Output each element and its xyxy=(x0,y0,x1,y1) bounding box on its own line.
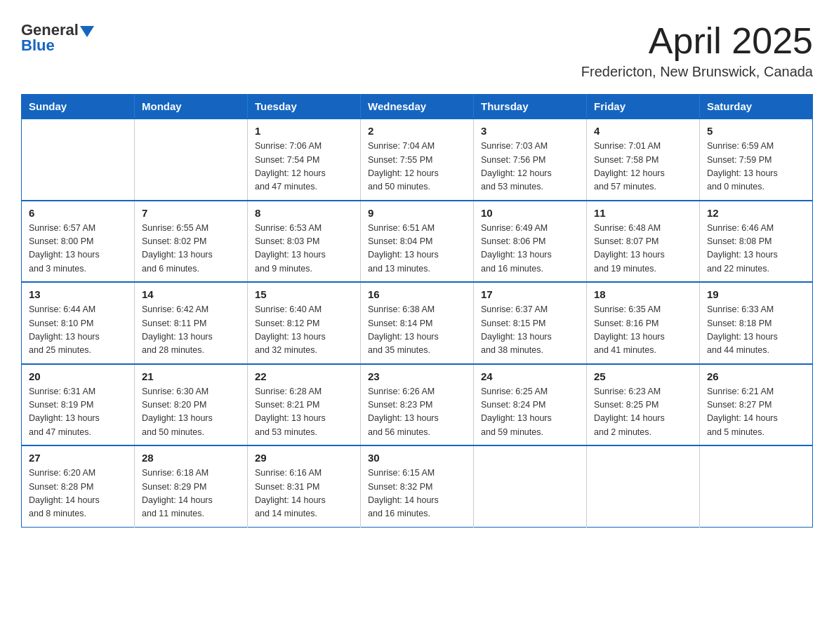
day-info: Sunrise: 6:23 AMSunset: 8:25 PMDaylight:… xyxy=(594,385,692,440)
day-info: Sunrise: 6:33 AMSunset: 8:18 PMDaylight:… xyxy=(707,303,805,358)
calendar-table: SundayMondayTuesdayWednesdayThursdayFrid… xyxy=(21,94,813,528)
day-info: Sunrise: 6:16 AMSunset: 8:31 PMDaylight:… xyxy=(255,467,353,521)
day-of-week-header: Wednesday xyxy=(361,95,474,119)
day-number: 19 xyxy=(707,288,805,300)
day-number: 14 xyxy=(142,288,240,300)
location: Fredericton, New Brunswick, Canada xyxy=(581,64,813,80)
day-number: 1 xyxy=(255,125,353,137)
calendar-cell: 20Sunrise: 6:31 AMSunset: 8:19 PMDayligh… xyxy=(22,364,135,446)
day-info: Sunrise: 6:48 AMSunset: 8:07 PMDaylight:… xyxy=(594,222,692,276)
calendar-cell: 18Sunrise: 6:35 AMSunset: 8:16 PMDayligh… xyxy=(587,282,700,364)
logo-triangle-icon xyxy=(80,26,94,37)
calendar-week-row: 27Sunrise: 6:20 AMSunset: 8:28 PMDayligh… xyxy=(22,445,813,527)
calendar-cell: 24Sunrise: 6:25 AMSunset: 8:24 PMDayligh… xyxy=(474,364,587,446)
calendar-cell: 11Sunrise: 6:48 AMSunset: 8:07 PMDayligh… xyxy=(587,201,700,283)
calendar-cell: 30Sunrise: 6:15 AMSunset: 8:32 PMDayligh… xyxy=(361,445,474,527)
day-info: Sunrise: 6:55 AMSunset: 8:02 PMDaylight:… xyxy=(142,222,240,276)
day-info: Sunrise: 6:15 AMSunset: 8:32 PMDaylight:… xyxy=(368,467,466,521)
page-header: General Blue April 2025 Fredericton, New… xyxy=(21,21,813,80)
day-number: 22 xyxy=(255,370,353,382)
day-info: Sunrise: 6:59 AMSunset: 7:59 PMDaylight:… xyxy=(707,140,805,194)
day-number: 23 xyxy=(368,370,466,382)
calendar-cell: 14Sunrise: 6:42 AMSunset: 8:11 PMDayligh… xyxy=(135,282,248,364)
day-number: 6 xyxy=(29,207,127,219)
calendar-cell: 13Sunrise: 6:44 AMSunset: 8:10 PMDayligh… xyxy=(22,282,135,364)
day-number: 3 xyxy=(481,125,579,137)
day-info: Sunrise: 6:25 AMSunset: 8:24 PMDaylight:… xyxy=(481,385,579,440)
day-number: 2 xyxy=(368,125,466,137)
day-number: 11 xyxy=(594,207,692,219)
calendar-cell: 6Sunrise: 6:57 AMSunset: 8:00 PMDaylight… xyxy=(22,201,135,283)
day-number: 4 xyxy=(594,125,692,137)
days-of-week-row: SundayMondayTuesdayWednesdayThursdayFrid… xyxy=(22,95,813,119)
calendar-cell: 12Sunrise: 6:46 AMSunset: 8:08 PMDayligh… xyxy=(700,201,813,283)
calendar-week-row: 1Sunrise: 7:06 AMSunset: 7:54 PMDaylight… xyxy=(22,119,813,201)
calendar-cell: 15Sunrise: 6:40 AMSunset: 8:12 PMDayligh… xyxy=(248,282,361,364)
calendar-cell xyxy=(22,119,135,201)
month-title: April 2025 xyxy=(581,21,813,61)
day-info: Sunrise: 7:06 AMSunset: 7:54 PMDaylight:… xyxy=(255,140,353,194)
day-number: 21 xyxy=(142,370,240,382)
day-info: Sunrise: 6:20 AMSunset: 8:28 PMDaylight:… xyxy=(29,467,127,521)
calendar-cell: 21Sunrise: 6:30 AMSunset: 8:20 PMDayligh… xyxy=(135,364,248,446)
calendar-cell: 29Sunrise: 6:16 AMSunset: 8:31 PMDayligh… xyxy=(248,445,361,527)
day-of-week-header: Friday xyxy=(587,95,700,119)
calendar-cell: 9Sunrise: 6:51 AMSunset: 8:04 PMDaylight… xyxy=(361,201,474,283)
logo: General Blue xyxy=(21,21,94,55)
day-number: 18 xyxy=(594,288,692,300)
day-info: Sunrise: 7:03 AMSunset: 7:56 PMDaylight:… xyxy=(481,140,579,194)
day-number: 13 xyxy=(29,288,127,300)
day-info: Sunrise: 6:30 AMSunset: 8:20 PMDaylight:… xyxy=(142,385,240,440)
header-right: April 2025 Fredericton, New Brunswick, C… xyxy=(581,21,813,80)
day-number: 30 xyxy=(368,452,466,464)
calendar-cell: 2Sunrise: 7:04 AMSunset: 7:55 PMDaylight… xyxy=(361,119,474,201)
day-info: Sunrise: 7:04 AMSunset: 7:55 PMDaylight:… xyxy=(368,140,466,194)
calendar-week-row: 13Sunrise: 6:44 AMSunset: 8:10 PMDayligh… xyxy=(22,282,813,364)
day-number: 25 xyxy=(594,370,692,382)
day-number: 9 xyxy=(368,207,466,219)
day-number: 24 xyxy=(481,370,579,382)
day-number: 12 xyxy=(707,207,805,219)
day-of-week-header: Saturday xyxy=(700,95,813,119)
day-info: Sunrise: 6:38 AMSunset: 8:14 PMDaylight:… xyxy=(368,303,466,358)
calendar-cell: 23Sunrise: 6:26 AMSunset: 8:23 PMDayligh… xyxy=(361,364,474,446)
day-number: 20 xyxy=(29,370,127,382)
day-of-week-header: Monday xyxy=(135,95,248,119)
day-number: 8 xyxy=(255,207,353,219)
calendar-cell: 7Sunrise: 6:55 AMSunset: 8:02 PMDaylight… xyxy=(135,201,248,283)
day-info: Sunrise: 6:44 AMSunset: 8:10 PMDaylight:… xyxy=(29,303,127,358)
calendar-cell xyxy=(135,119,248,201)
day-number: 10 xyxy=(481,207,579,219)
calendar-cell xyxy=(587,445,700,527)
logo-blue: Blue xyxy=(21,36,55,55)
calendar-cell: 16Sunrise: 6:38 AMSunset: 8:14 PMDayligh… xyxy=(361,282,474,364)
day-info: Sunrise: 6:21 AMSunset: 8:27 PMDaylight:… xyxy=(707,385,805,440)
calendar-cell: 1Sunrise: 7:06 AMSunset: 7:54 PMDaylight… xyxy=(248,119,361,201)
calendar-cell: 8Sunrise: 6:53 AMSunset: 8:03 PMDaylight… xyxy=(248,201,361,283)
day-info: Sunrise: 6:35 AMSunset: 8:16 PMDaylight:… xyxy=(594,303,692,358)
day-number: 28 xyxy=(142,452,240,464)
day-info: Sunrise: 7:01 AMSunset: 7:58 PMDaylight:… xyxy=(594,140,692,194)
day-of-week-header: Sunday xyxy=(22,95,135,119)
calendar-week-row: 6Sunrise: 6:57 AMSunset: 8:00 PMDaylight… xyxy=(22,201,813,283)
day-number: 16 xyxy=(368,288,466,300)
calendar-header: SundayMondayTuesdayWednesdayThursdayFrid… xyxy=(22,95,813,119)
day-number: 29 xyxy=(255,452,353,464)
day-of-week-header: Tuesday xyxy=(248,95,361,119)
calendar-cell: 25Sunrise: 6:23 AMSunset: 8:25 PMDayligh… xyxy=(587,364,700,446)
day-of-week-header: Thursday xyxy=(474,95,587,119)
calendar-body: 1Sunrise: 7:06 AMSunset: 7:54 PMDaylight… xyxy=(22,119,813,527)
calendar-cell: 17Sunrise: 6:37 AMSunset: 8:15 PMDayligh… xyxy=(474,282,587,364)
calendar-cell: 3Sunrise: 7:03 AMSunset: 7:56 PMDaylight… xyxy=(474,119,587,201)
day-info: Sunrise: 6:28 AMSunset: 8:21 PMDaylight:… xyxy=(255,385,353,440)
day-info: Sunrise: 6:53 AMSunset: 8:03 PMDaylight:… xyxy=(255,222,353,276)
day-info: Sunrise: 6:57 AMSunset: 8:00 PMDaylight:… xyxy=(29,222,127,276)
day-info: Sunrise: 6:46 AMSunset: 8:08 PMDaylight:… xyxy=(707,222,805,276)
day-info: Sunrise: 6:42 AMSunset: 8:11 PMDaylight:… xyxy=(142,303,240,358)
day-info: Sunrise: 6:18 AMSunset: 8:29 PMDaylight:… xyxy=(142,467,240,521)
day-number: 15 xyxy=(255,288,353,300)
day-info: Sunrise: 6:51 AMSunset: 8:04 PMDaylight:… xyxy=(368,222,466,276)
day-info: Sunrise: 6:26 AMSunset: 8:23 PMDaylight:… xyxy=(368,385,466,440)
day-info: Sunrise: 6:40 AMSunset: 8:12 PMDaylight:… xyxy=(255,303,353,358)
day-info: Sunrise: 6:49 AMSunset: 8:06 PMDaylight:… xyxy=(481,222,579,276)
